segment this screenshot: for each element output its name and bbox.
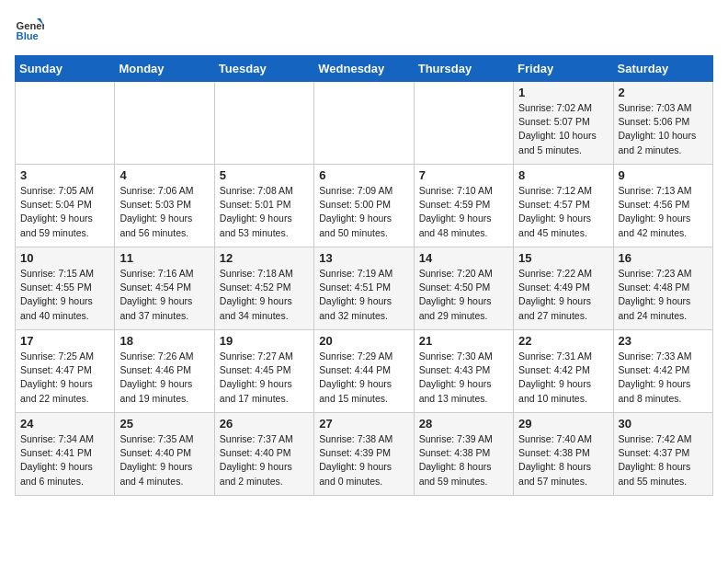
day-info: Sunrise: 7:12 AM Sunset: 4:57 PM Dayligh… bbox=[518, 184, 608, 240]
calendar-table: SundayMondayTuesdayWednesdayThursdayFrid… bbox=[15, 55, 713, 496]
calendar-week-row: 17Sunrise: 7:25 AM Sunset: 4:47 PM Dayli… bbox=[16, 330, 713, 413]
day-info: Sunrise: 7:38 AM Sunset: 4:39 PM Dayligh… bbox=[319, 432, 408, 488]
day-info: Sunrise: 7:39 AM Sunset: 4:38 PM Dayligh… bbox=[419, 432, 508, 488]
day-number: 13 bbox=[319, 251, 408, 265]
day-number: 3 bbox=[20, 168, 109, 182]
day-number: 2 bbox=[619, 86, 708, 99]
weekday-header: Thursday bbox=[414, 56, 513, 82]
day-number: 12 bbox=[220, 251, 309, 265]
calendar-cell: 1Sunrise: 7:02 AM Sunset: 5:07 PM Daylig… bbox=[514, 82, 613, 165]
day-info: Sunrise: 7:26 AM Sunset: 4:46 PM Dayligh… bbox=[119, 350, 209, 406]
logo: General Blue bbox=[15, 15, 48, 44]
calendar-week-row: 1Sunrise: 7:02 AM Sunset: 5:07 PM Daylig… bbox=[16, 82, 713, 165]
calendar-cell: 27Sunrise: 7:38 AM Sunset: 4:39 PM Dayli… bbox=[314, 413, 414, 496]
day-number: 17 bbox=[20, 334, 109, 348]
calendar-body: 1Sunrise: 7:02 AM Sunset: 5:07 PM Daylig… bbox=[16, 82, 713, 496]
calendar-cell: 22Sunrise: 7:31 AM Sunset: 4:42 PM Dayli… bbox=[514, 330, 613, 413]
day-info: Sunrise: 7:22 AM Sunset: 4:49 PM Dayligh… bbox=[518, 267, 608, 323]
calendar-cell: 4Sunrise: 7:06 AM Sunset: 5:03 PM Daylig… bbox=[115, 165, 214, 247]
day-number: 6 bbox=[319, 168, 408, 182]
day-info: Sunrise: 7:03 AM Sunset: 5:06 PM Dayligh… bbox=[619, 101, 708, 157]
day-info: Sunrise: 7:13 AM Sunset: 4:56 PM Dayligh… bbox=[619, 184, 708, 240]
calendar-cell: 23Sunrise: 7:33 AM Sunset: 4:42 PM Dayli… bbox=[613, 330, 712, 413]
day-number: 14 bbox=[419, 251, 508, 265]
calendar-cell: 13Sunrise: 7:19 AM Sunset: 4:51 PM Dayli… bbox=[314, 247, 414, 330]
day-info: Sunrise: 7:09 AM Sunset: 5:00 PM Dayligh… bbox=[319, 184, 408, 240]
calendar-cell bbox=[16, 82, 115, 165]
day-number: 26 bbox=[220, 417, 309, 431]
calendar-cell: 2Sunrise: 7:03 AM Sunset: 5:06 PM Daylig… bbox=[613, 82, 712, 165]
calendar-cell: 19Sunrise: 7:27 AM Sunset: 4:45 PM Dayli… bbox=[214, 330, 313, 413]
calendar-header: SundayMondayTuesdayWednesdayThursdayFrid… bbox=[16, 56, 713, 82]
day-number: 16 bbox=[619, 251, 708, 265]
day-number: 11 bbox=[119, 251, 209, 265]
calendar-cell: 17Sunrise: 7:25 AM Sunset: 4:47 PM Dayli… bbox=[16, 330, 115, 413]
day-info: Sunrise: 7:25 AM Sunset: 4:47 PM Dayligh… bbox=[20, 350, 109, 406]
weekday-header: Saturday bbox=[613, 56, 712, 82]
day-number: 9 bbox=[619, 168, 708, 182]
day-info: Sunrise: 7:15 AM Sunset: 4:55 PM Dayligh… bbox=[20, 267, 109, 323]
day-number: 8 bbox=[518, 168, 608, 182]
weekday-header: Friday bbox=[514, 56, 613, 82]
calendar-cell bbox=[314, 82, 414, 165]
day-info: Sunrise: 7:37 AM Sunset: 4:40 PM Dayligh… bbox=[220, 432, 309, 488]
weekday-header: Monday bbox=[115, 56, 214, 82]
day-info: Sunrise: 7:06 AM Sunset: 5:03 PM Dayligh… bbox=[119, 184, 209, 240]
calendar-cell: 28Sunrise: 7:39 AM Sunset: 4:38 PM Dayli… bbox=[414, 413, 513, 496]
calendar-cell: 18Sunrise: 7:26 AM Sunset: 4:46 PM Dayli… bbox=[115, 330, 214, 413]
day-number: 22 bbox=[518, 334, 608, 348]
day-info: Sunrise: 7:16 AM Sunset: 4:54 PM Dayligh… bbox=[119, 267, 209, 323]
day-info: Sunrise: 7:29 AM Sunset: 4:44 PM Dayligh… bbox=[319, 350, 408, 406]
day-info: Sunrise: 7:31 AM Sunset: 4:42 PM Dayligh… bbox=[518, 350, 608, 406]
calendar-cell: 16Sunrise: 7:23 AM Sunset: 4:48 PM Dayli… bbox=[613, 247, 712, 330]
day-info: Sunrise: 7:08 AM Sunset: 5:01 PM Dayligh… bbox=[220, 184, 309, 240]
day-number: 5 bbox=[220, 168, 309, 182]
day-number: 19 bbox=[220, 334, 309, 348]
calendar-cell: 9Sunrise: 7:13 AM Sunset: 4:56 PM Daylig… bbox=[613, 165, 712, 247]
calendar-cell: 15Sunrise: 7:22 AM Sunset: 4:49 PM Dayli… bbox=[514, 247, 613, 330]
day-number: 4 bbox=[119, 168, 209, 182]
weekday-header: Sunday bbox=[16, 56, 115, 82]
day-number: 18 bbox=[119, 334, 209, 348]
calendar-week-row: 3Sunrise: 7:05 AM Sunset: 5:04 PM Daylig… bbox=[16, 165, 713, 247]
day-info: Sunrise: 7:40 AM Sunset: 4:38 PM Dayligh… bbox=[518, 432, 608, 488]
calendar-cell: 11Sunrise: 7:16 AM Sunset: 4:54 PM Dayli… bbox=[115, 247, 214, 330]
day-info: Sunrise: 7:18 AM Sunset: 4:52 PM Dayligh… bbox=[220, 267, 309, 323]
day-info: Sunrise: 7:20 AM Sunset: 4:50 PM Dayligh… bbox=[419, 267, 508, 323]
day-number: 27 bbox=[319, 417, 408, 431]
calendar-cell bbox=[414, 82, 513, 165]
calendar-cell: 3Sunrise: 7:05 AM Sunset: 5:04 PM Daylig… bbox=[16, 165, 115, 247]
weekday-header: Wednesday bbox=[314, 56, 414, 82]
day-info: Sunrise: 7:02 AM Sunset: 5:07 PM Dayligh… bbox=[518, 101, 608, 157]
calendar-cell bbox=[115, 82, 214, 165]
calendar-cell: 24Sunrise: 7:34 AM Sunset: 4:41 PM Dayli… bbox=[16, 413, 115, 496]
calendar-cell: 12Sunrise: 7:18 AM Sunset: 4:52 PM Dayli… bbox=[214, 247, 313, 330]
day-info: Sunrise: 7:35 AM Sunset: 4:40 PM Dayligh… bbox=[119, 432, 209, 488]
day-number: 1 bbox=[518, 86, 608, 99]
calendar-cell: 7Sunrise: 7:10 AM Sunset: 4:59 PM Daylig… bbox=[414, 165, 513, 247]
day-number: 21 bbox=[419, 334, 508, 348]
day-info: Sunrise: 7:42 AM Sunset: 4:37 PM Dayligh… bbox=[619, 432, 708, 488]
calendar-cell: 5Sunrise: 7:08 AM Sunset: 5:01 PM Daylig… bbox=[214, 165, 313, 247]
day-number: 15 bbox=[518, 251, 608, 265]
calendar-week-row: 24Sunrise: 7:34 AM Sunset: 4:41 PM Dayli… bbox=[16, 413, 713, 496]
day-info: Sunrise: 7:27 AM Sunset: 4:45 PM Dayligh… bbox=[220, 350, 309, 406]
calendar-cell: 20Sunrise: 7:29 AM Sunset: 4:44 PM Dayli… bbox=[314, 330, 414, 413]
calendar-week-row: 10Sunrise: 7:15 AM Sunset: 4:55 PM Dayli… bbox=[16, 247, 713, 330]
day-info: Sunrise: 7:34 AM Sunset: 4:41 PM Dayligh… bbox=[20, 432, 109, 488]
day-info: Sunrise: 7:10 AM Sunset: 4:59 PM Dayligh… bbox=[419, 184, 508, 240]
calendar-cell: 8Sunrise: 7:12 AM Sunset: 4:57 PM Daylig… bbox=[514, 165, 613, 247]
day-number: 23 bbox=[619, 334, 708, 348]
calendar-cell: 25Sunrise: 7:35 AM Sunset: 4:40 PM Dayli… bbox=[115, 413, 214, 496]
day-number: 29 bbox=[518, 417, 608, 431]
day-info: Sunrise: 7:30 AM Sunset: 4:43 PM Dayligh… bbox=[419, 350, 508, 406]
day-info: Sunrise: 7:33 AM Sunset: 4:42 PM Dayligh… bbox=[619, 350, 708, 406]
day-number: 28 bbox=[419, 417, 508, 431]
calendar-cell: 14Sunrise: 7:20 AM Sunset: 4:50 PM Dayli… bbox=[414, 247, 513, 330]
day-number: 7 bbox=[419, 168, 508, 182]
weekday-header: Tuesday bbox=[214, 56, 313, 82]
calendar-cell: 26Sunrise: 7:37 AM Sunset: 4:40 PM Dayli… bbox=[214, 413, 313, 496]
logo-icon: General Blue bbox=[15, 15, 44, 44]
day-info: Sunrise: 7:05 AM Sunset: 5:04 PM Dayligh… bbox=[20, 184, 109, 240]
calendar-cell: 10Sunrise: 7:15 AM Sunset: 4:55 PM Dayli… bbox=[16, 247, 115, 330]
